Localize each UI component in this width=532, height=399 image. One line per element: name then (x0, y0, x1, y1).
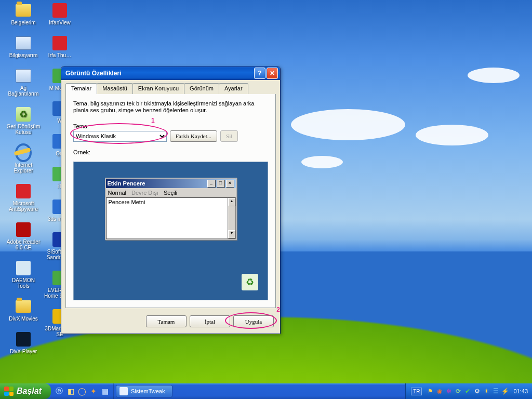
ql-ie-icon[interactable]: ⓔ (54, 386, 64, 396)
desktop-icon-label: IrfanView (49, 20, 71, 25)
desktop-icon-geri[interactable]: ♻Geri Dönüşüm Kutusu (5, 106, 42, 135)
close-button[interactable]: ✕ (267, 68, 278, 79)
desktop-icon-label: Internet Explorer (6, 162, 41, 174)
preview-window-titlebar: Etkin Pencere _ □ × (106, 179, 236, 188)
clock[interactable]: 01:43 (513, 388, 528, 394)
help-button[interactable]: ? (254, 68, 265, 79)
ag-icon (15, 68, 32, 84)
divxmovies-icon (15, 298, 32, 315)
desktop-icon-label: Microsoft AntiSpyware (6, 201, 41, 212)
desktop-icon-label: Bilgisayarım (9, 52, 37, 58)
desktop-icon-belgelerim[interactable]: Belgelerim (5, 2, 42, 25)
tray-icon[interactable]: ☰ (491, 387, 500, 395)
cloud-decoration (416, 125, 488, 145)
preview-menu-selected: Seçili (164, 190, 177, 196)
desktop-icon-label: Belgelerim (11, 20, 35, 25)
cloud-decoration (301, 156, 343, 168)
preview-close-icon: × (226, 180, 234, 188)
preview-menu-disabled: Devre Dışı (131, 190, 158, 196)
tray-icon[interactable]: ⚑ (426, 387, 434, 395)
scroll-down-icon: ▾ (228, 230, 235, 238)
desktop-icon-divx[interactable]: DivX Player (5, 331, 42, 354)
desktop-icon-label: DivX Movies (9, 316, 38, 322)
dialog-title: Görüntü Özellikleri (65, 70, 253, 77)
windows-logo-icon (4, 387, 14, 396)
dialog-button-row: Tamam İptal Uygula 2 (61, 312, 280, 334)
preview-menu: Normal Devre Dışı Seçili (106, 188, 236, 197)
daemon-icon (15, 260, 32, 276)
tray-icon[interactable]: ◉ (435, 387, 444, 395)
tray-icon[interactable]: ⚡ (501, 387, 509, 395)
desktop-icon-ag[interactable]: Ağ Bağlantılarım (5, 68, 42, 97)
system-tray: TR ⚑ ◉ ✻ ⟳ ✔ ⚙ ☀ ☰ ⚡ 01:43 (405, 383, 532, 399)
preview-body-text: Pencere Metni (109, 199, 145, 205)
bilgisayarim-icon (15, 35, 32, 51)
belgelerim-icon (15, 2, 32, 19)
save-as-button[interactable]: Farklı Kaydet... (170, 130, 217, 142)
theme-select[interactable]: Windows Klasik (73, 131, 167, 142)
preview-menu-normal: Normal (108, 190, 126, 196)
example-label: Örnek: (73, 149, 268, 155)
ok-button[interactable]: Tamam (146, 315, 187, 327)
start-button[interactable]: Başlat (0, 383, 51, 399)
tab-panel-temalar: Tema, bilgisayarınızı tek bir tıklatmayl… (65, 94, 276, 308)
desktop-icon-daemon[interactable]: DAEMON Tools (5, 260, 42, 289)
taskbar-item-icon (119, 387, 128, 395)
taskbar-item-sistemtweak[interactable]: SistemTweak (116, 385, 172, 397)
tray-icon[interactable]: ✻ (445, 387, 453, 395)
ql-wmp-icon[interactable]: ◯ (77, 386, 87, 396)
desktop-icon-divxmovies[interactable]: DivX Movies (5, 298, 42, 322)
preview-window: Etkin Pencere _ □ × Normal Devre Dışı Se… (105, 178, 237, 240)
theme-label: Tema: (73, 123, 268, 129)
tab-görünüm[interactable]: Görünüm (184, 83, 219, 94)
preview-window-title: Etkin Pencere (108, 180, 206, 187)
theme-description: Tema, bilgisayarınızı tek bir tıklatmayl… (73, 100, 268, 114)
desktop-icon-label: DAEMON Tools (6, 277, 41, 289)
preview-scrollbar: ▴ ▾ (228, 198, 235, 238)
desktop-icon-bilgisayarim[interactable]: Bilgisayarım (5, 35, 42, 58)
apply-button[interactable]: Uygula (233, 315, 274, 327)
tray-icon[interactable]: ☀ (482, 387, 490, 395)
preview-body: Pencere Metni ▴ ▾ (106, 197, 236, 239)
preview-maximize-icon: □ (217, 180, 225, 188)
annotation-label-2: 2 (276, 306, 280, 313)
desktop-icon-irfathumb[interactable]: Irfa Thu… (42, 35, 78, 58)
desktop-icon-label: Adobe Reader 6.0 CE (6, 239, 41, 250)
quick-launch: ⓔ ◧ ◯ ✦ ▤ (51, 383, 114, 399)
desktop-icon-ie[interactable]: Internet Explorer (5, 144, 42, 174)
taskbar: Başlat ⓔ ◧ ◯ ✦ ▤ SistemTweak TR ⚑ ◉ ✻ ⟳ … (0, 383, 532, 399)
tray-icon[interactable]: ⚙ (473, 387, 481, 395)
tab-ekran-koruyucu[interactable]: Ekran Koruyucu (132, 83, 184, 94)
ql-divx-icon[interactable]: ▤ (100, 386, 110, 396)
tray-icon[interactable]: ⟳ (454, 387, 462, 395)
desktop-icon-irfan[interactable]: IrfanView (42, 2, 78, 25)
desktop[interactable]: BelgelerimBilgisayarımAğ Bağlantılarım♻G… (0, 0, 532, 399)
desktop-icon-label: DivX Player (10, 349, 37, 354)
cloud-decoration (468, 68, 520, 83)
language-indicator[interactable]: TR (411, 388, 422, 395)
desktop-icon-label: Irfa Thu… (48, 52, 71, 58)
desktop-icon-antispyware[interactable]: Microsoft AntiSpyware (5, 183, 42, 212)
cancel-button[interactable]: İptal (190, 315, 230, 327)
geri-icon: ♻ (15, 106, 32, 123)
ql-app-icon[interactable]: ✦ (88, 386, 99, 396)
display-properties-dialog: Görüntü Özellikleri ? ✕ TemalarMasaüstüE… (61, 66, 281, 334)
irfathumb-icon (51, 35, 68, 51)
tab-temalar[interactable]: Temalar (65, 83, 97, 94)
tab-ayarlar[interactable]: Ayarlar (219, 83, 248, 94)
delete-button: Sil (220, 130, 238, 142)
ql-desktop-icon[interactable]: ◧ (65, 386, 76, 396)
tab-masaüstü[interactable]: Masaüstü (97, 83, 133, 94)
desktop-icon-label: Ağ Bağlantılarım (6, 85, 41, 97)
antispyware-icon (15, 183, 32, 200)
start-label: Başlat (17, 387, 42, 396)
scroll-up-icon: ▴ (228, 198, 235, 206)
adobe-icon (15, 221, 32, 238)
tab-strip: TemalarMasaüstüEkran KoruyucuGörünümAyar… (65, 83, 276, 94)
theme-preview: Etkin Pencere _ □ × Normal Devre Dışı Se… (73, 162, 268, 300)
tray-icon[interactable]: ✔ (463, 387, 472, 395)
desktop-icon-label: Geri Dönüşüm Kutusu (6, 124, 41, 135)
taskbar-item-label: SistemTweak (131, 388, 165, 394)
desktop-icon-adobe[interactable]: Adobe Reader 6.0 CE (5, 221, 42, 250)
dialog-titlebar[interactable]: Görüntü Özellikleri ? ✕ (61, 66, 280, 80)
